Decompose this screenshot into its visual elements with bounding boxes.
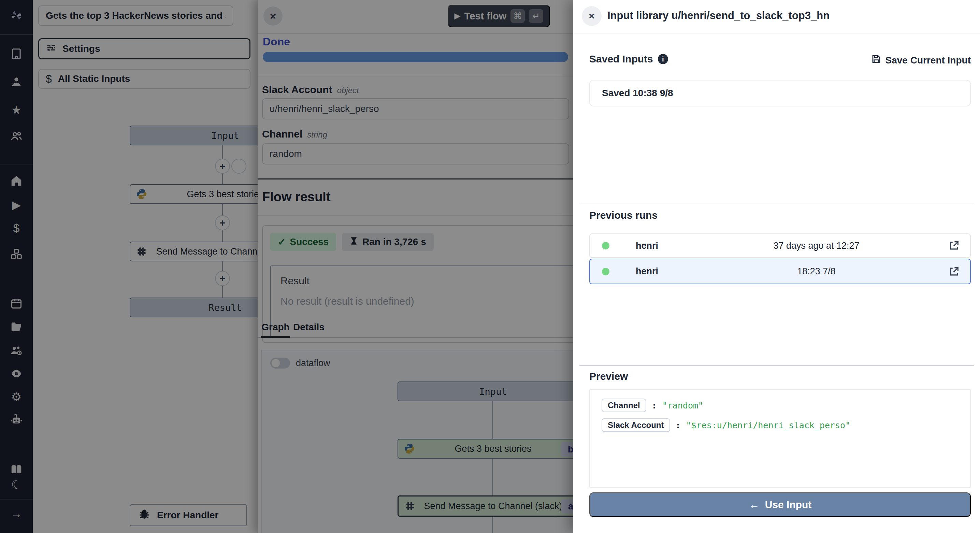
run-user: henri bbox=[609, 240, 684, 251]
preview-key: Channel bbox=[601, 399, 646, 412]
previous-run-row-selected[interactable]: henri 18:23 7/8 bbox=[589, 259, 971, 284]
input-library-drawer: × Input library u/henri/send_to_slack_to… bbox=[573, 0, 980, 533]
close-input-library-button[interactable]: × bbox=[582, 6, 601, 26]
external-link-icon[interactable] bbox=[948, 240, 960, 251]
save-current-input-button[interactable]: Save Current Input bbox=[871, 54, 971, 67]
input-library-title: Input library u/henri/send_to_slack_top3… bbox=[608, 10, 829, 22]
run-time: 18:23 7/8 bbox=[684, 266, 948, 277]
previous-runs-heading: Previous runs bbox=[589, 210, 657, 221]
saved-input-item[interactable]: Saved 10:38 9/8 bbox=[589, 80, 971, 107]
run-success-dot bbox=[602, 242, 609, 250]
preview-entry: Channel : "random" bbox=[601, 399, 958, 412]
save-icon bbox=[871, 54, 881, 67]
windmill-app: ★ ▶ $ ⚙ ☾ → bbox=[0, 0, 980, 533]
saved-inputs-heading: Saved Inputs i bbox=[589, 53, 668, 65]
modal-dim-overlay[interactable] bbox=[0, 0, 573, 533]
preview-box: Channel : "random" Slack Account : "$res… bbox=[589, 389, 971, 488]
previous-run-row[interactable]: henri 37 days ago at 12:27 bbox=[589, 233, 971, 258]
preview-value: "random" bbox=[662, 401, 703, 410]
preview-key: Slack Account bbox=[601, 418, 670, 432]
run-success-dot bbox=[602, 268, 609, 275]
info-icon[interactable]: i bbox=[658, 54, 668, 64]
use-input-button[interactable]: ← Use Input bbox=[589, 492, 971, 517]
preview-entry: Slack Account : "$res:u/henri/henri_slac… bbox=[601, 418, 958, 432]
arrow-left-icon: ← bbox=[749, 498, 760, 511]
divider bbox=[579, 365, 974, 366]
divider bbox=[573, 33, 980, 33]
run-user: henri bbox=[609, 266, 684, 277]
external-link-icon[interactable] bbox=[948, 266, 960, 277]
divider bbox=[579, 203, 974, 204]
preview-heading: Preview bbox=[589, 371, 628, 382]
run-time: 37 days ago at 12:27 bbox=[684, 240, 948, 251]
preview-value: "$res:u/henri/henri_slack_perso" bbox=[686, 420, 851, 430]
